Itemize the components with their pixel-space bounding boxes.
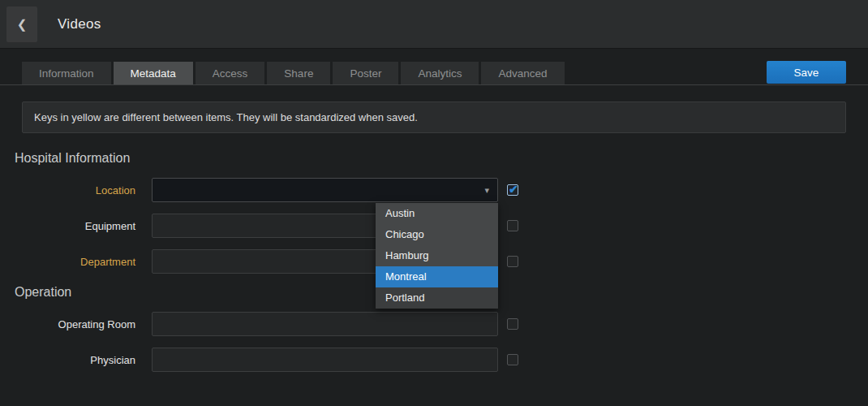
field-row-physician: Physician <box>0 348 868 372</box>
tab-advanced[interactable]: Advanced <box>481 62 564 84</box>
app-root: ❮ Videos Information Metadata Access Sha… <box>0 0 868 372</box>
dropdown-option-hamburg[interactable]: Hamburg <box>376 245 498 266</box>
dropdown-option-chicago[interactable]: Chicago <box>376 224 498 245</box>
tab-access[interactable]: Access <box>196 62 265 84</box>
tab-poster[interactable]: Poster <box>333 62 398 84</box>
operating-room-checkbox[interactable] <box>507 318 518 330</box>
equipment-checkbox[interactable] <box>507 220 518 231</box>
equipment-label: Equipment <box>0 220 152 232</box>
tab-metadata[interactable]: Metadata <box>114 62 193 84</box>
operating-room-label: Operating Room <box>0 318 152 330</box>
section-hospital-information: Hospital Information Location ▾ Austin C… <box>0 151 868 274</box>
location-dropdown-menu: Austin Chicago Hamburg Montreal Portland <box>376 203 498 309</box>
page-title: Videos <box>58 16 101 32</box>
department-label: Department <box>0 256 152 268</box>
notice-banner: Keys in yellow are different between ite… <box>22 102 846 133</box>
department-checkbox[interactable] <box>507 256 518 267</box>
tab-information[interactable]: Information <box>22 62 111 84</box>
physician-checkbox[interactable] <box>507 354 518 365</box>
location-select[interactable]: ▾ <box>152 178 498 202</box>
operating-room-input[interactable] <box>152 312 498 336</box>
dropdown-option-austin[interactable]: Austin <box>376 203 498 224</box>
field-row-location: Location ▾ Austin Chicago Hamburg Montre… <box>0 178 868 202</box>
dropdown-option-portland[interactable]: Portland <box>376 287 498 309</box>
section-title-hospital-information: Hospital Information <box>15 151 868 166</box>
header: ❮ Videos <box>0 0 868 49</box>
physician-label: Physician <box>0 354 152 366</box>
save-button[interactable]: Save <box>767 61 846 84</box>
tabs: Information Metadata Access Share Poster… <box>22 62 565 84</box>
tab-analytics[interactable]: Analytics <box>401 62 479 84</box>
location-checkbox[interactable] <box>507 184 518 196</box>
notice-text: Keys in yellow are different between ite… <box>34 111 418 123</box>
location-select-wrap: ▾ Austin Chicago Hamburg Montreal Portla… <box>152 178 498 202</box>
back-button[interactable]: ❮ <box>6 6 37 42</box>
physician-input[interactable] <box>152 348 498 372</box>
chevron-left-icon: ❮ <box>17 17 28 31</box>
location-label: Location <box>0 184 152 197</box>
caret-down-icon: ▾ <box>484 185 489 196</box>
tab-share[interactable]: Share <box>267 62 330 84</box>
tab-bar: Information Metadata Access Share Poster… <box>0 61 868 85</box>
dropdown-option-montreal[interactable]: Montreal <box>376 266 498 287</box>
field-row-operating-room: Operating Room <box>0 312 868 336</box>
